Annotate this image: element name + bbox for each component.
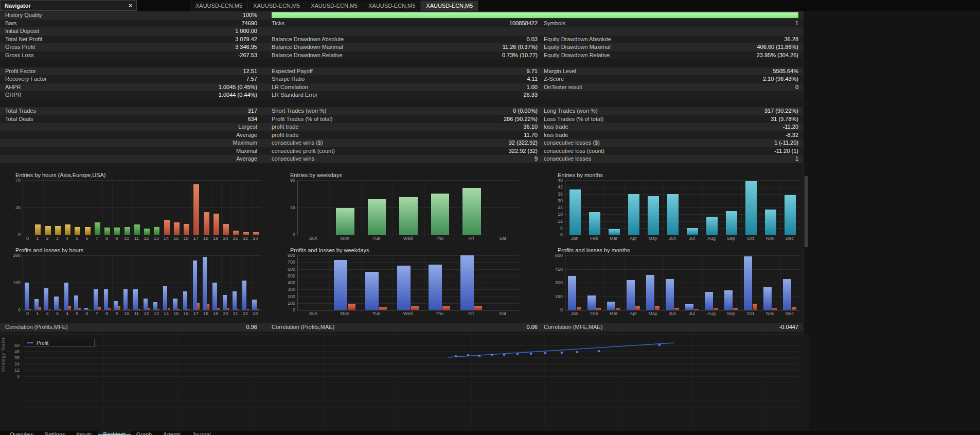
stat-pair: consecutive wins9 [257, 155, 538, 163]
stat-pair: Margin Level5505.64% [538, 67, 804, 76]
bar [609, 229, 620, 235]
gridline [565, 255, 800, 256]
loss-bar [138, 309, 140, 310]
v-gridline [162, 255, 163, 310]
history-quality-bar [272, 12, 798, 18]
chart-tab[interactable]: XAUUSD-ECN,M5 [190, 1, 248, 11]
x-tick-label: Mon [340, 236, 349, 241]
stat-value: 23.95% (304.26) [757, 51, 798, 60]
stats-row: Recovery Factor7.57Sharpe Ratio4.11Z-Sco… [0, 75, 809, 83]
v-gridline [741, 180, 742, 235]
gridline [23, 207, 261, 208]
tester-tab-journal[interactable]: Journal [187, 431, 217, 435]
x-tick-label: 22 [243, 236, 248, 241]
tester-tab-graph[interactable]: Graph [131, 431, 158, 435]
v-gridline [702, 180, 703, 235]
y-tick-label: 0 [284, 232, 295, 237]
stats-row: History Quality100% [0, 11, 809, 20]
x-tick-label: Mar [610, 311, 618, 316]
tester-tab-backtest[interactable]: Backtest [98, 431, 131, 435]
mt5-window: XAUUSD-ECN,M5XAUUSD-ECN,M5XAUUSD-ECN,M5X… [0, 0, 980, 435]
chart-entries-by-months: Entries by months0612182430364248JanFebM… [551, 172, 803, 242]
stat-value: 3 079.42 [235, 36, 257, 44]
v-gridline [456, 255, 456, 310]
stat-pair: Recovery Factor7.57 [0, 75, 257, 83]
chart-tab[interactable]: XAUUSD-ECN,M5 [363, 1, 421, 11]
profit-dot [503, 354, 506, 356]
stat-pair: Maximal [0, 147, 257, 155]
correlation-label: Correlation (Profits,MFE) [5, 323, 246, 332]
tester-tab-overview[interactable]: Overview [4, 431, 39, 435]
stat-pair: OnTester result0 [538, 83, 804, 92]
chart-plot [297, 255, 519, 310]
v-gridline [624, 180, 625, 235]
scrollbar-thumb[interactable] [805, 176, 808, 247]
loss-bar [474, 306, 482, 310]
x-tick-label: Wed [403, 311, 413, 316]
x-tick-label: 21 [233, 311, 238, 316]
chart-plot [23, 180, 261, 235]
gridline [565, 283, 800, 283]
stat-label: Gross Loss [5, 51, 238, 60]
stat-label: Gross Profit [5, 43, 235, 51]
profit-bar [193, 260, 197, 310]
profit-bar [223, 295, 227, 310]
v-gridline [83, 180, 83, 235]
x-tick-label: 0 [26, 311, 29, 316]
chart-tab[interactable]: XAUUSD-ECN,M5 [306, 1, 363, 11]
chart-title: Profits and losses by weekdays [284, 247, 522, 255]
tester-tab-inputs[interactable]: Inputs [71, 431, 98, 435]
stats-row: Maximumconsecutive wins ($)32 (322.92)co… [0, 139, 809, 147]
stats-row: Maximalconsecutive profit (count)322.92 … [0, 147, 809, 155]
x-tick-label: Apr [630, 311, 637, 316]
loss-bar [442, 306, 450, 310]
v-gridline [231, 180, 231, 235]
v-gridline [663, 180, 664, 235]
loss-bar [168, 308, 170, 310]
profit-bar [144, 299, 148, 310]
v-gridline [683, 255, 683, 310]
x-tick-label: Wed [403, 236, 413, 241]
stat-pair: Total Trades317 [0, 107, 257, 115]
x-tick-label: 12 [144, 311, 149, 316]
profit-bar [397, 266, 411, 310]
tester-tab-settings[interactable]: Settings [39, 431, 71, 435]
profit-bar [74, 295, 78, 310]
stats-row: Total Trades317Short Trades (won %)0 (0.… [0, 107, 809, 115]
gridline [298, 262, 519, 263]
y-tick-label: 0 [9, 232, 21, 237]
v-gridline [424, 180, 425, 235]
graph-legend: Profit [24, 339, 95, 347]
stat-label: Total Trades [5, 107, 248, 115]
x-tick-label: Dec [786, 311, 794, 316]
y-tick-label: 400 [284, 280, 295, 285]
stat-value: 317 (90.22%) [764, 107, 798, 115]
stat-pair: loss trade-8.32 [538, 131, 804, 140]
stat-label [5, 139, 233, 147]
v-gridline [241, 180, 242, 235]
gridline [565, 201, 800, 201]
profit-bar [133, 289, 137, 310]
loss-bar [128, 309, 131, 310]
bar [745, 181, 757, 235]
loss-bar [411, 306, 419, 310]
stat-value: -11.20 (1) [774, 147, 798, 155]
chart-tab[interactable]: XAUUSD-ECN,M5 [421, 1, 478, 11]
stat-label: profit trade [272, 123, 523, 131]
navigator-panel-header[interactable]: Navigator × [0, 0, 137, 11]
graph-y-label: 36 [14, 355, 20, 360]
y-tick-label: 70 [9, 178, 21, 183]
x-tick-label: 9 [115, 236, 118, 241]
tester-tab-agents[interactable]: Agents [157, 431, 186, 435]
stat-value: 0.03 [527, 36, 538, 44]
stat-value: 0.73% (10.77) [502, 51, 538, 60]
close-icon[interactable]: × [129, 3, 132, 9]
x-tick-label: May [648, 236, 657, 241]
stat-pair: Correlation (Profits,MFE)0.96 [0, 323, 257, 332]
report-scrollbar[interactable] [803, 11, 809, 335]
x-tick-label: 5 [76, 311, 78, 316]
chart-tab[interactable]: XAUUSD-ECN,M5 [248, 1, 306, 11]
profit-bar [705, 292, 713, 310]
loss-bar [98, 307, 101, 310]
x-tick-label: Sep [727, 236, 735, 241]
